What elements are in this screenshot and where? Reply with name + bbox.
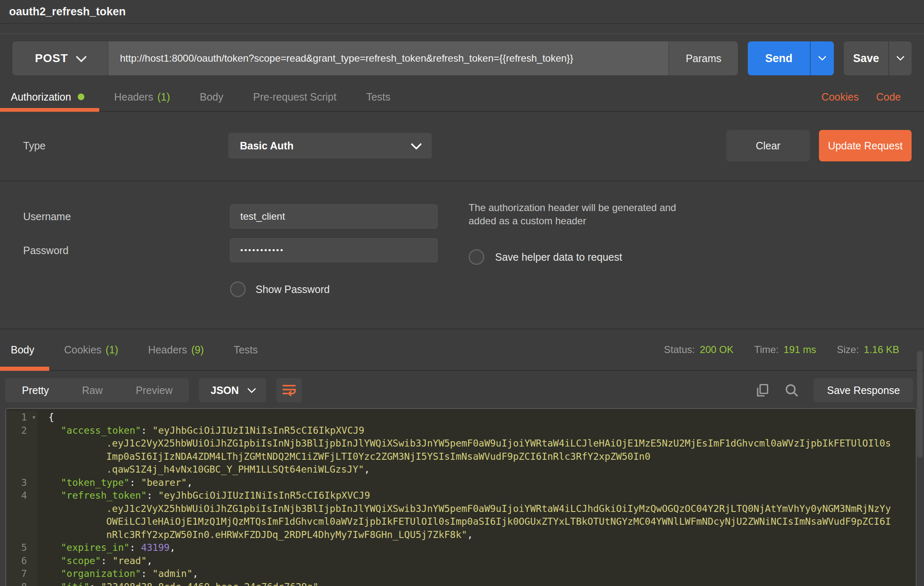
- collapse-toggle-icon[interactable]: ▾: [32, 411, 36, 424]
- tab-response-body[interactable]: Body: [0, 329, 49, 370]
- save-options-button[interactable]: [888, 41, 912, 75]
- format-dropdown[interactable]: JSON: [199, 378, 266, 402]
- line-number: 2: [6, 424, 38, 437]
- size-indicator: Size: 1.16 KB: [837, 344, 899, 355]
- line-number: 7: [6, 567, 38, 581]
- code-line-wrap: OWEiLCJleHAiOjE1MzQ1MjQzMTQsImF1dGhvcml0…: [6, 515, 916, 528]
- search-response-button[interactable]: [784, 382, 800, 398]
- tab-count: (1): [105, 344, 118, 356]
- tab-body[interactable]: Body: [185, 83, 238, 111]
- search-icon: [784, 382, 800, 398]
- tab-label: Headers: [148, 344, 187, 356]
- chevron-down-icon: [76, 51, 87, 62]
- tab-pre-request-script[interactable]: Pre-request Script: [238, 83, 351, 111]
- save-helper-label: Save helper data to request: [495, 251, 622, 263]
- clear-button[interactable]: Clear: [726, 130, 810, 161]
- save-button[interactable]: Save: [844, 41, 888, 75]
- url-input[interactable]: http://host1:8000/oauth/token?scope=read…: [108, 41, 668, 75]
- line-number: 1▾: [6, 411, 38, 424]
- tab-authorization[interactable]: Authorization: [0, 83, 99, 111]
- code-text: "jti": "23408d38-8cdc-4460-beac-24c76dc7…: [38, 581, 318, 586]
- tab-label: Headers: [114, 91, 153, 103]
- username-label: Username: [0, 211, 230, 223]
- code-line: 6"scope": "read",: [6, 555, 916, 568]
- wrap-text-icon: [281, 382, 297, 398]
- tab-label: Authorization: [11, 91, 71, 103]
- tab-response-tests[interactable]: Tests: [219, 329, 273, 370]
- view-raw-button[interactable]: Raw: [65, 378, 119, 402]
- tab-label: Tests: [234, 344, 258, 356]
- line-number: [6, 463, 38, 476]
- copy-icon: [755, 383, 770, 398]
- code-link[interactable]: Code: [876, 91, 901, 103]
- password-field[interactable]: •••••••••••: [230, 238, 438, 262]
- line-number: [6, 528, 38, 542]
- response-tabs: Body Cookies (1) Headers (9) Tests Statu…: [0, 329, 924, 371]
- password-value: •••••••••••: [240, 246, 284, 255]
- send-options-button[interactable]: [810, 41, 834, 75]
- tab-label: Body: [11, 344, 34, 356]
- auth-helper-note: The authorization header will be generat…: [469, 201, 791, 228]
- code-text: .eyJ1c2VyX25hbWUiOiJhZG1pbiIsInNjb3BlIjp…: [38, 437, 891, 450]
- username-field[interactable]: test_client: [230, 204, 438, 228]
- show-password-checkbox[interactable]: [230, 281, 246, 297]
- auth-credentials-form: Username test_client Password ••••••••••…: [0, 181, 924, 329]
- save-helper-checkbox[interactable]: [469, 249, 484, 265]
- code-line-wrap: .qawS1Z4j_h4vNx10GBC_Y_PHM1LLSQt64eniWLG…: [6, 463, 916, 476]
- view-mode-group: Pretty Raw Preview: [5, 378, 189, 402]
- response-body-viewer[interactable]: 1▾{2"access_token": "eyJhbGciOiJIUzI1NiI…: [5, 408, 917, 586]
- tab-response-cookies[interactable]: Cookies (1): [49, 329, 133, 370]
- send-button[interactable]: Send: [748, 41, 810, 75]
- tab-headers[interactable]: Headers (1): [99, 83, 185, 111]
- tab-label: Body: [200, 91, 223, 103]
- view-pretty-button[interactable]: Pretty: [5, 378, 65, 402]
- code-line-wrap: .eyJ1c2VyX25hbWUiOiJhZG1pbiIsInNjb3BlIjp…: [6, 502, 916, 516]
- method-selector[interactable]: POST: [12, 41, 108, 75]
- code-line-wrap: .eyJ1c2VyX25hbWUiOiJhZG1pbiIsInNjb3BlIjp…: [6, 437, 916, 450]
- params-button[interactable]: Params: [668, 41, 738, 75]
- status-indicator: Status: 200 OK: [664, 344, 733, 355]
- code-text: OWEiLCJleHAiOjE1MzQ1MjQzMTQsImF1dGhvcml0…: [38, 515, 891, 528]
- username-value: test_client: [240, 211, 285, 222]
- request-tabs: Authorization Headers (1) Body Pre-reque…: [0, 83, 924, 112]
- tab-response-headers[interactable]: Headers (9): [133, 329, 219, 370]
- scrollbar-thumb[interactable]: [917, 351, 923, 458]
- code-line-wrap: nRlc3RfY2xpZW50In0.eHRWxFZDJDq_2RDPL4Dhy…: [6, 528, 916, 542]
- update-request-button[interactable]: Update Request: [819, 130, 912, 161]
- password-label: Password: [0, 245, 230, 257]
- view-preview-button[interactable]: Preview: [119, 378, 189, 402]
- save-split-button: Save: [844, 41, 912, 75]
- line-number: 8: [6, 581, 38, 586]
- app-window: oauth2_refresh_token POST http://host1:8…: [0, 0, 924, 586]
- save-response-button[interactable]: Save Response: [814, 378, 913, 402]
- chevron-down-icon: [896, 53, 905, 61]
- code-text: Imp0aSI6IjIzNDA4ZDM4LThjZGMtNDQ2MC1iZWFj…: [38, 450, 650, 464]
- show-password-label: Show Password: [256, 283, 330, 295]
- auth-type-row: Type Basic Auth Clear Update Request: [0, 112, 924, 180]
- response-toolbar: Pretty Raw Preview JSON: [0, 371, 924, 408]
- status-value: 200 OK: [700, 344, 733, 355]
- code-line: 7"organization": "admin",: [6, 567, 916, 581]
- tab-tests[interactable]: Tests: [351, 83, 405, 111]
- line-number: 6: [6, 555, 38, 568]
- size-value: 1.16 KB: [864, 344, 899, 355]
- tab-label: Cookies: [64, 344, 101, 356]
- code-text: "scope": "read",: [38, 555, 153, 568]
- code-text: "token_type": "bearer",: [38, 476, 193, 490]
- line-number: 4: [6, 489, 38, 502]
- auth-type-value: Basic Auth: [240, 140, 294, 152]
- tab-count: (1): [157, 91, 170, 103]
- line-number: 5: [6, 541, 38, 555]
- auth-type-dropdown[interactable]: Basic Auth: [228, 133, 432, 159]
- tab-label: Pre-request Script: [253, 91, 336, 103]
- code-line: 2"access_token": "eyJhbGciOiJIUzI1NiIsIn…: [6, 424, 916, 437]
- cookies-link[interactable]: Cookies: [821, 91, 859, 103]
- code-text: .qawS1Z4j_h4vNx10GBC_Y_PHM1LLSQt64eniWLG…: [38, 463, 370, 476]
- line-number: [6, 515, 38, 528]
- copy-button[interactable]: [755, 383, 770, 398]
- tab-label: Tests: [366, 91, 390, 103]
- response-meta: Status: 200 OK Time: 191 ms Size: 1.16 K…: [664, 329, 924, 370]
- code-line: 5"expires_in": 43199,: [6, 541, 916, 555]
- code-text: "organization": "admin",: [38, 567, 198, 581]
- wrap-text-button[interactable]: [276, 378, 302, 402]
